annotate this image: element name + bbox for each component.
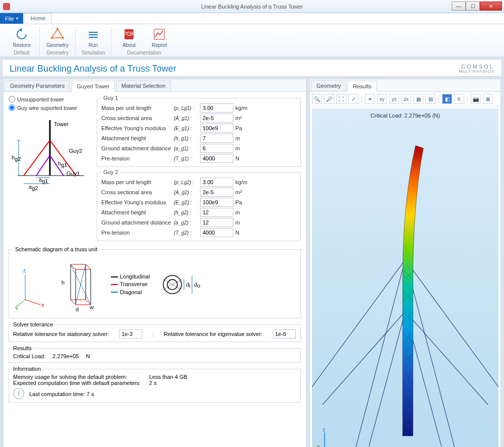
svg-text:x: x — [41, 302, 44, 308]
guy1-area-sym: (A_g1) : — [174, 116, 198, 121]
guy1-ah-input[interactable] — [200, 134, 233, 143]
svg-line-13 — [36, 155, 50, 176]
tab-geometry-view[interactable]: Geometry — [311, 80, 346, 91]
radio-guyed[interactable]: Guy wire suported tower — [9, 103, 92, 112]
guy1-mass-input[interactable] — [200, 103, 233, 113]
tab-material[interactable]: Material Selection — [116, 80, 171, 91]
svg-line-44 — [312, 260, 405, 415]
zoom-box-icon[interactable]: ⛶ — [336, 94, 346, 104]
results-viewport[interactable]: Critical Load: 2.279e+05 (N) — [312, 108, 498, 447]
view-default-icon[interactable]: ✦ — [365, 94, 375, 104]
minimize-button[interactable] — [452, 2, 466, 11]
ribbon-group-geometry: Geometry Geometry — [40, 26, 76, 55]
geometry-icon — [50, 27, 65, 41]
guy1-ah-sym: (h_g1) : — [174, 136, 198, 141]
about-button[interactable]: PDF About — [116, 26, 142, 49]
guy1-area-label: Cross sectional area — [101, 115, 172, 121]
view-zx-icon[interactable]: zx — [401, 94, 411, 104]
guy1-gd-sym: (a_g1) : — [174, 146, 198, 151]
report-button[interactable]: Report — [147, 26, 172, 49]
info-fieldset: Information Memory usage for solving the… — [9, 366, 301, 403]
select-icon[interactable]: ◧ — [442, 94, 452, 104]
tab-guyed-tower[interactable]: Guyed Tower — [71, 81, 115, 92]
solver-eig-input[interactable] — [273, 329, 296, 339]
guy1-ah-label: Attachment height — [101, 135, 172, 141]
guy2-ym-input[interactable] — [200, 198, 233, 207]
solver-eig-label: Relative tolerance for eigenvalue solver… — [164, 331, 263, 337]
guy1-ym-sym: (E_g1) : — [174, 126, 198, 131]
guy1-pt-unit: N — [235, 155, 250, 161]
svg-line-23 — [25, 300, 40, 305]
guy1-area-input[interactable] — [200, 114, 233, 123]
print-icon[interactable]: 🖶 — [483, 94, 493, 104]
guy2-gd-input[interactable] — [200, 218, 233, 227]
restore-button[interactable]: Restore — [9, 26, 34, 49]
guy2-ah-sym: (h_g2) : — [174, 210, 198, 215]
view-grid-icon[interactable]: ▦ — [413, 94, 423, 104]
svg-text:w: w — [89, 304, 94, 310]
guy2-pt-sym: (T_g2) : — [174, 230, 198, 236]
legend-longitudinal: Longitudinal — [120, 273, 150, 281]
copy-icon[interactable]: ⎘ — [454, 94, 464, 104]
svg-marker-28 — [71, 300, 91, 305]
left-panel: Geometry Parameters Guyed Tower Material… — [3, 79, 306, 447]
group-label-default: Default — [14, 50, 30, 55]
guy1-pt-sym: (T_g1) : — [174, 156, 198, 161]
svg-text:di: di — [186, 282, 191, 289]
left-panel-body: Unsupported tower Guy wire suported towe… — [4, 92, 306, 447]
guy1-gd-input[interactable] — [200, 144, 233, 153]
snapshot-icon[interactable]: 📷 — [471, 94, 481, 104]
guy2-ah-label: Attachment height — [101, 209, 172, 215]
zoom-extents-icon[interactable]: ⤢ — [348, 94, 358, 104]
tab-geometry-params[interactable]: Geometry Parameters — [5, 80, 70, 91]
radio-unsupported[interactable]: Unsupported tower — [9, 95, 92, 103]
geometry-button[interactable]: Geometry — [45, 26, 70, 49]
view-yz-icon[interactable]: yz — [389, 94, 399, 104]
about-label: About — [122, 42, 136, 48]
svg-text:h: h — [61, 280, 65, 286]
maximize-button[interactable] — [466, 2, 480, 11]
svg-text:do: do — [194, 282, 200, 289]
restore-icon — [15, 27, 29, 41]
radio-unsupported-input[interactable] — [9, 96, 15, 102]
guy2-pt-input[interactable] — [200, 228, 233, 237]
view-xy-icon[interactable]: xy — [377, 94, 387, 104]
geometry-label: Geometry — [46, 42, 69, 48]
guy2-ah-unit: m — [235, 209, 250, 215]
zoom-out-icon[interactable]: 🔎 — [324, 94, 334, 104]
close-button[interactable] — [480, 2, 502, 11]
group-label-simulation: Simulation — [82, 50, 105, 55]
about-icon: PDF — [122, 27, 136, 41]
svg-point-1 — [62, 37, 64, 39]
support-options: Unsupported tower Guy wire suported towe… — [9, 95, 92, 243]
main-title-row: Linear Buckling Analysis of a Truss Towe… — [2, 59, 502, 77]
tab-home[interactable]: Home — [24, 13, 52, 24]
guy1-pt-label: Pre-tension — [101, 155, 172, 161]
guy2-mass-input[interactable] — [200, 178, 233, 187]
ribbon-group-default: Restore Default — [4, 26, 40, 55]
svg-text:z: z — [23, 267, 26, 273]
file-menu[interactable]: File — [0, 13, 23, 24]
run-button[interactable]: Run — [81, 26, 106, 49]
solver-stat-input[interactable] — [119, 329, 142, 339]
guy2-ah-input[interactable] — [200, 208, 233, 217]
view-scene-icon[interactable]: ▤ — [425, 94, 435, 104]
tab-results-view[interactable]: Results — [347, 81, 377, 92]
radio-guyed-label: Guy wire suported tower — [17, 105, 77, 111]
guy2-pt-label: Pre-tension — [101, 230, 172, 236]
guy2-gd-label: Ground attachment distance — [101, 219, 172, 226]
guy2-area-label: Cross sectional area — [101, 189, 172, 195]
guy1-pt-input[interactable] — [200, 154, 233, 163]
guy2-area-input[interactable] — [200, 188, 233, 197]
guy1-ym-input[interactable] — [200, 124, 233, 133]
tower-render — [312, 108, 498, 447]
guy1-gd-unit: m — [235, 145, 250, 151]
svg-point-2 — [51, 37, 53, 39]
zoom-in-icon[interactable]: 🔍 — [312, 94, 322, 104]
group-label-geometry: Geometry — [46, 50, 69, 55]
radio-unsupported-label: Unsupported tower — [17, 96, 64, 102]
guy1-mass-sym: (ρ_Lg1) : — [174, 105, 198, 111]
run-label: Run — [89, 42, 98, 48]
ribbon: Restore Default Geometry Geometry Run Si… — [0, 24, 504, 57]
radio-guyed-input[interactable] — [9, 104, 15, 111]
